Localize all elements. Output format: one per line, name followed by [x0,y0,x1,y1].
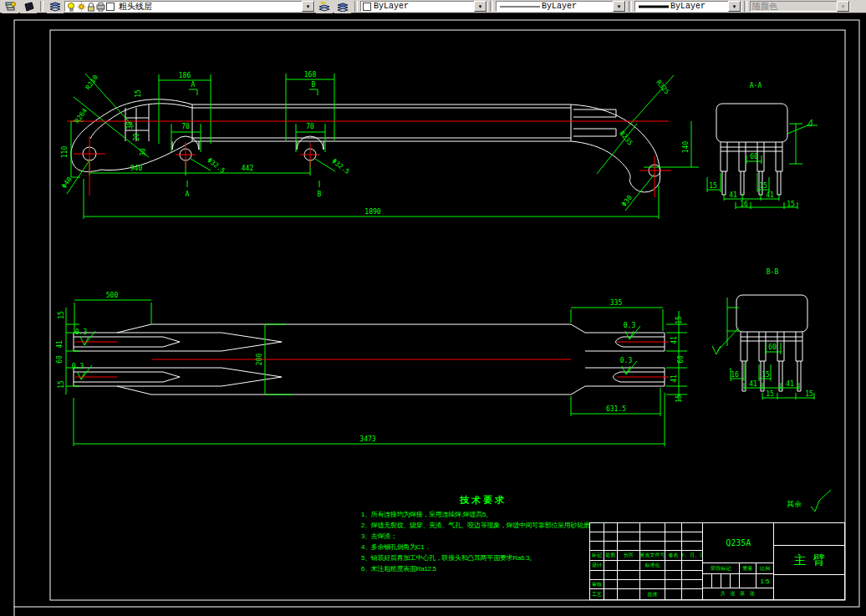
layer-states-button[interactable] [334,0,351,13]
dim-label: 16 [731,371,739,379]
dim-label: 1890 [364,208,380,216]
dim-label: 15 [766,390,774,398]
toolbar-separator [490,1,493,12]
dim-label: A-A [750,82,762,89]
layer-previous-button[interactable] [316,0,333,13]
label-date: 年、月、日 [682,551,703,561]
label-review: 审核 [590,580,604,589]
make-object-layer-current-icon [23,2,34,12]
dimension-lines [712,298,814,400]
dim-label: B [312,81,316,89]
layer-previous-icon [318,2,330,12]
layer-color-chip [106,3,115,11]
toolbar-separator [744,1,747,12]
label-standardize: 标准化 [640,561,665,571]
title-block: 标记 处数 分区 更改文件号 签名 年、月、日 设计 标准化 审核 工艺 批准 … [589,522,845,600]
title-block-right: 主臂 [773,523,844,599]
dim-label: 41 [670,336,678,344]
sheet-count: 共 张 第 张 [703,588,773,599]
layer-combo-value: 粗头线层 [119,1,302,13]
hatched-block [736,295,807,332]
toolbar-separator [354,1,358,12]
section-b-b [712,295,814,400]
part-name: 主臂 [774,546,844,575]
label-scale: 比例 [756,563,773,573]
dim-label: 15 [787,201,795,208]
title-block-revision-grid: 标记 处数 分区 更改文件号 签名 年、月、日 设计 标准化 审核 工艺 批准 [590,523,703,599]
dim-label: 168 [304,71,317,79]
tech-req-line: 2、焊缝无裂纹、烧穿、夹渣、气孔、咬边等现象，焊缝中间可靠部位采用砂轮磨片打磨; [361,520,605,531]
layers-button[interactable] [47,0,64,13]
dim-label: 60 [768,344,777,351]
dimension-lines [67,74,699,219]
hatched-block [716,104,787,142]
dim-label: 500 [106,292,119,299]
title-block-middle: Q235A 阶段标记 重量 比例 1:5 共 张 第 张 [703,523,773,599]
label-stage: 阶段标记 [703,563,740,573]
dim-label: 20 [133,133,140,141]
label-signature: 签名 [665,551,682,561]
dim-label: 335 [610,299,623,307]
plotstyle-combo-value: 随颜色 [752,1,837,13]
chevron-down-icon[interactable]: ▼ [302,1,314,12]
dim-label: 16 [740,201,748,208]
dim-label: 30 [140,148,147,156]
technical-requirements: 技术要求 1、所有连接均为焊接，采用连续焊,焊缝高5。 2、焊缝无裂纹、烧穿、夹… [361,495,605,574]
dim-label: A [186,191,190,198]
plan-view [66,300,687,446]
dim-label: 70 [181,123,190,130]
lineweight-combo-value: ByLayer [670,2,728,11]
layer-combo[interactable]: 粗头线层 ▼ [64,1,315,12]
dim-label: 3473 [359,435,375,443]
dim-label: 38 [126,121,134,130]
section-a-a [707,104,818,209]
scale-value: 1:5 [756,574,773,588]
dim-label: 41 [56,340,64,349]
dim-label: 0.3 [72,363,84,370]
centerlines [75,342,669,377]
linetype-sample-icon [498,3,542,11]
tech-req-line: 4、多余铆孔倒角为C1． [361,542,605,552]
dimension-labels: 186168ABABR210R264110Φ40153820307070Φ32.… [56,71,813,443]
dim-label: 200 [256,354,263,366]
tech-req-line: 6、未注粗糙度表面Ra12.5 [361,563,605,574]
dim-label: 186 [179,72,191,79]
dimension-lines [66,300,687,446]
label-zone: 分区 [618,551,640,561]
label-change-file: 更改文件号 [640,551,665,561]
lineweight-combo[interactable]: ByLayer ▼ [634,1,741,12]
dim-label: 41 [766,191,774,199]
dimension-lines [707,120,818,209]
dim-label: 0.3 [620,357,633,364]
toolbar-separator [40,1,43,12]
dim-label: 15 [58,311,65,319]
surface-note: 其余 [787,499,802,510]
lock-icon [87,2,95,12]
chevron-down-icon[interactable]: ▼ [474,1,486,12]
color-combo[interactable]: ByLayer ▼ [360,1,487,12]
dim-label: Φ32.5 [330,157,351,176]
label-process: 工艺 [590,589,604,599]
chevron-down-icon[interactable]: ▼ [613,1,625,12]
dim-label: 0.3 [75,328,88,336]
dim-label: 70 [306,123,314,130]
label-weight: 重量 [740,563,756,573]
dim-label: R210 [84,74,100,91]
dim-label: 442 [242,165,254,172]
sun-icon [77,2,86,12]
dim-label: 0.3 [624,322,636,329]
dim-label: 631.5 [606,405,626,413]
dim-label: B [318,191,322,198]
chevron-down-icon[interactable]: ▼ [728,1,741,12]
dim-label: 60 [56,355,64,364]
layer-state-icons [67,2,117,12]
linetype-combo[interactable]: ByLayer ▼ [496,1,626,12]
dim-label: Φ30 [620,194,634,208]
dim-label: 41 [670,374,678,383]
tech-req-line: 3、去焊渣； [361,531,605,542]
dim-label: 15 [759,182,767,190]
dim-label: 140 [682,141,690,154]
tech-req-line: 1、所有连接均为焊接，采用连续焊,焊缝高5。 [361,509,605,520]
make-object-layer-current-button[interactable] [20,0,37,13]
layer-properties-button[interactable] [2,0,18,13]
